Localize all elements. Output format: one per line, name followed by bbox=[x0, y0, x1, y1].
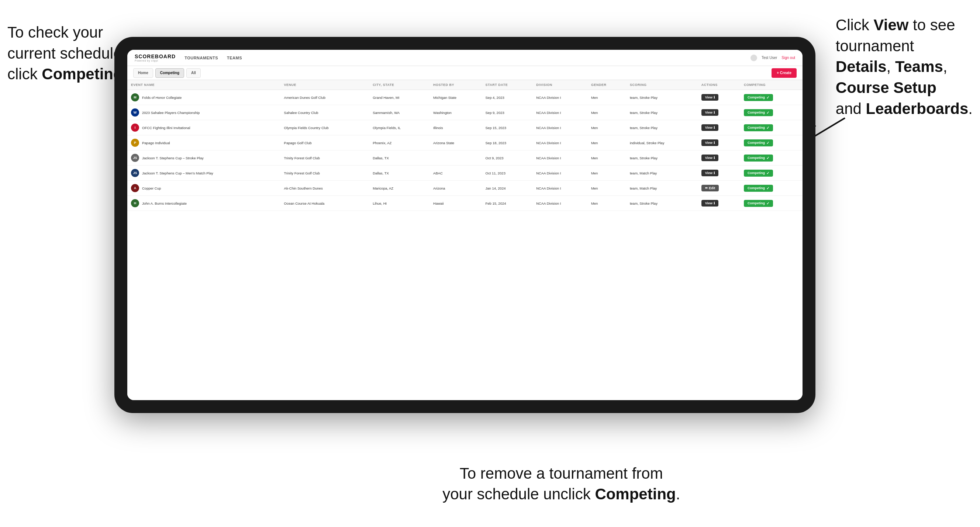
edit-button[interactable]: ✏ Edit bbox=[702, 185, 719, 191]
brand-subtitle: Powered by clippi bbox=[135, 59, 176, 62]
cell-venue: Sahalee Country Club bbox=[280, 105, 369, 120]
cell-division: NCAA Division I bbox=[533, 165, 587, 181]
view-button[interactable]: View ℹ bbox=[702, 200, 718, 206]
tablet-screen: SCOREBOARD Powered by clippi TOURNAMENTS… bbox=[127, 50, 802, 400]
cell-division: NCAA Division I bbox=[533, 135, 587, 151]
event-name-text: Papago Individual bbox=[142, 141, 170, 145]
competing-button[interactable]: Competing bbox=[744, 170, 773, 177]
col-division: DIVISION bbox=[533, 80, 587, 90]
filter-bar: Home Competing All + Create bbox=[127, 66, 802, 80]
cell-actions: View ℹ bbox=[698, 135, 740, 151]
cell-actions: View ℹ bbox=[698, 105, 740, 120]
team-logo: M bbox=[131, 93, 139, 102]
table-row: JS Jackson T. Stephens Cup – Men's Match… bbox=[127, 165, 802, 181]
view-button[interactable]: View ℹ bbox=[702, 170, 718, 176]
cell-hosted-by: Arizona State bbox=[430, 135, 482, 151]
table-row: A Copper Cup Ak-Chin Southern Dunes Mari… bbox=[127, 181, 802, 196]
view-button[interactable]: View ℹ bbox=[702, 109, 718, 116]
user-avatar bbox=[751, 55, 757, 61]
cell-venue: Ocean Course At Hokuala bbox=[280, 196, 369, 211]
cell-event-name: A Copper Cup bbox=[127, 181, 280, 196]
cell-actions: View ℹ bbox=[698, 120, 740, 135]
cell-gender: Men bbox=[587, 120, 626, 135]
team-logo: I bbox=[131, 124, 139, 132]
cell-gender: Men bbox=[587, 196, 626, 211]
table-row: JS Jackson T. Stephens Cup – Stroke Play… bbox=[127, 151, 802, 165]
col-city-state: CITY, STATE bbox=[369, 80, 430, 90]
view-button[interactable]: View ℹ bbox=[702, 154, 718, 161]
annotation-bottom: To remove a tournament from your schedul… bbox=[442, 463, 680, 505]
navbar-right: Test User Sign out bbox=[751, 55, 795, 61]
cell-scoring: team, Stroke Play bbox=[626, 196, 698, 211]
event-name-text: OFCC Fighting Illini Invitational bbox=[142, 126, 190, 130]
competing-button[interactable]: Competing bbox=[744, 140, 773, 146]
tablet-frame: SCOREBOARD Powered by clippi TOURNAMENTS… bbox=[115, 37, 815, 413]
col-gender: GENDER bbox=[587, 80, 626, 90]
cell-city-state: Olympia Fields, IL bbox=[369, 120, 430, 135]
event-name-text: 2023 Sahalee Players Championship bbox=[142, 111, 200, 115]
annotation-top-right: Click View to see tournament Details, Te… bbox=[836, 15, 973, 119]
team-logo: JS bbox=[131, 169, 139, 177]
cell-hosted-by: Illinois bbox=[430, 120, 482, 135]
cell-start-date: Feb 15, 2024 bbox=[482, 196, 533, 211]
cell-gender: Men bbox=[587, 165, 626, 181]
cell-hosted-by: Michigan State bbox=[430, 90, 482, 105]
cell-city-state: Sammamish, WA bbox=[369, 105, 430, 120]
cell-competing: Competing bbox=[740, 196, 802, 211]
cell-competing: Competing bbox=[740, 105, 802, 120]
team-logo: JS bbox=[131, 154, 139, 162]
competing-button[interactable]: Competing bbox=[744, 200, 773, 207]
competing-button[interactable]: Competing bbox=[744, 154, 773, 162]
cell-competing: Competing bbox=[740, 120, 802, 135]
cell-division: NCAA Division I bbox=[533, 151, 587, 165]
col-hosted-by: HOSTED BY bbox=[430, 80, 482, 90]
team-logo: W bbox=[131, 108, 139, 116]
cell-city-state: Dallas, TX bbox=[369, 165, 430, 181]
cell-gender: Men bbox=[587, 105, 626, 120]
team-logo: H bbox=[131, 199, 139, 207]
cell-division: NCAA Division I bbox=[533, 181, 587, 196]
cell-gender: Men bbox=[587, 181, 626, 196]
cell-city-state: Dallas, TX bbox=[369, 151, 430, 165]
cell-event-name: P Papago Individual bbox=[127, 135, 280, 151]
table-row: W 2023 Sahalee Players Championship Saha… bbox=[127, 105, 802, 120]
cell-scoring: team, Match Play bbox=[626, 165, 698, 181]
cell-start-date: Sep 15, 2023 bbox=[482, 120, 533, 135]
col-competing: COMPETING bbox=[740, 80, 802, 90]
cell-gender: Men bbox=[587, 151, 626, 165]
user-label: Test User bbox=[762, 56, 777, 60]
cell-competing: Competing bbox=[740, 181, 802, 196]
cell-event-name: JS Jackson T. Stephens Cup – Stroke Play bbox=[127, 151, 280, 165]
event-name-text: Folds of Honor Collegiate bbox=[142, 95, 181, 100]
view-button[interactable]: View ℹ bbox=[702, 94, 718, 101]
competing-button[interactable]: Competing bbox=[744, 185, 773, 192]
filter-competing[interactable]: Competing bbox=[155, 68, 184, 78]
cell-venue: Trinity Forest Golf Club bbox=[280, 165, 369, 181]
cell-actions: View ℹ bbox=[698, 196, 740, 211]
team-logo: A bbox=[131, 184, 139, 192]
cell-event-name: JS Jackson T. Stephens Cup – Men's Match… bbox=[127, 165, 280, 181]
nav-tournaments[interactable]: TOURNAMENTS bbox=[185, 55, 218, 61]
view-button[interactable]: View ℹ bbox=[702, 124, 718, 131]
filter-all[interactable]: All bbox=[186, 68, 201, 78]
col-venue: VENUE bbox=[280, 80, 369, 90]
cell-competing: Competing bbox=[740, 135, 802, 151]
cell-start-date: Sep 18, 2023 bbox=[482, 135, 533, 151]
competing-button[interactable]: Competing bbox=[744, 124, 773, 131]
nav-teams[interactable]: TEAMS bbox=[227, 55, 242, 61]
view-button[interactable]: View ℹ bbox=[702, 140, 718, 146]
filter-home[interactable]: Home bbox=[133, 68, 153, 78]
create-button[interactable]: + Create bbox=[772, 68, 797, 78]
cell-scoring: team, Stroke Play bbox=[626, 151, 698, 165]
cell-competing: Competing bbox=[740, 151, 802, 165]
signout-link[interactable]: Sign out bbox=[781, 56, 795, 60]
event-name-text: John A. Burns Intercollegiate bbox=[142, 202, 187, 205]
navbar-nav: TOURNAMENTS TEAMS bbox=[185, 55, 751, 61]
brand: SCOREBOARD Powered by clippi bbox=[135, 54, 176, 62]
cell-scoring: team, Stroke Play bbox=[626, 120, 698, 135]
cell-city-state: Lihue, HI bbox=[369, 196, 430, 211]
cell-division: NCAA Division I bbox=[533, 90, 587, 105]
competing-button[interactable]: Competing bbox=[744, 94, 773, 101]
cell-scoring: individual, Stroke Play bbox=[626, 135, 698, 151]
competing-button[interactable]: Competing bbox=[744, 109, 773, 116]
